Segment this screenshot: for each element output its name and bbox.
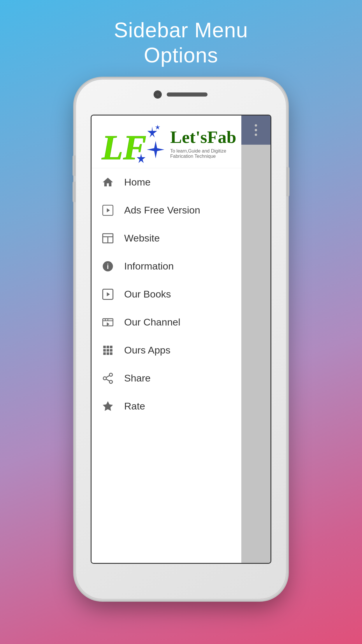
sidebar-item-share-label: Share [124,372,151,384]
sidebar-item-website-label: Website [124,232,160,244]
phone-top-area [154,91,208,98]
svg-point-25 [103,377,106,380]
sidebar-item-ours-apps-label: Ours Apps [124,344,171,356]
brand-text-group: Let'sFab To learn,Guide and Digitize Fab… [170,127,236,159]
svg-line-28 [106,375,110,377]
sidebar-item-rate-label: Rate [124,400,145,412]
play-store-icon [100,203,115,218]
svg-rect-22 [107,352,109,355]
logo-stars-icon [144,124,167,165]
power-button[interactable] [287,167,289,196]
svg-text:i: i [107,262,109,270]
sidebar-item-ours-apps[interactable]: Ours Apps [92,336,241,364]
page-title: Sidebar Menu Options [114,18,248,68]
sidebar-item-information[interactable]: i Information [92,252,241,280]
sidebar-item-information-label: Information [124,260,174,272]
sidebar-item-share[interactable]: Share [92,364,241,392]
sidebar-item-our-channel[interactable]: Our Channel [92,308,241,336]
info-icon: i [100,259,115,274]
phone-shell: LF [76,80,286,599]
speaker [167,92,208,97]
sidebar-item-ads-free-label: Ads Free Version [124,204,200,216]
brand-name: Let'sFab [170,127,236,147]
volume-up-button[interactable] [73,155,75,176]
sidebar-overlay [241,116,270,563]
svg-marker-14 [107,322,110,326]
volume-down-button[interactable] [73,182,75,202]
svg-rect-21 [103,352,106,355]
sidebar-item-our-books[interactable]: Our Books [92,280,241,308]
svg-rect-17 [110,346,113,348]
star-icon [100,399,115,414]
sidebar-item-rate[interactable]: Rate [92,392,241,420]
channel-icon [100,315,115,330]
svg-rect-18 [103,349,106,351]
front-camera [154,91,161,98]
phone-screen: LF [91,115,271,564]
home-icon [100,175,115,190]
svg-point-26 [109,380,113,384]
sidebar-item-our-channel-label: Our Channel [124,316,180,328]
sidebar-item-website[interactable]: Website [92,224,241,252]
sidebar-item-home-label: Home [124,176,151,188]
sidebar-item-ads-free[interactable]: Ads Free Version [92,196,241,224]
svg-marker-29 [103,401,113,411]
svg-line-27 [106,379,110,381]
svg-rect-15 [103,346,106,348]
svg-rect-16 [107,346,109,348]
svg-point-24 [109,373,113,376]
share-icon [100,371,115,386]
sidebar-item-home[interactable]: Home [92,168,241,196]
logo-section: LF [92,116,241,168]
svg-rect-20 [110,349,113,351]
browser-icon [100,231,115,246]
svg-marker-9 [107,292,110,296]
sidebar-menu-list: Home Ads Free Version Website [92,168,241,420]
svg-rect-19 [107,349,109,351]
logo-tagline: To learn,Guide and Digitize Fabrication … [170,148,236,159]
book-icon [100,287,115,302]
sidebar-item-our-books-label: Our Books [124,288,171,300]
page-header: Sidebar Menu Options [114,0,248,68]
apps-icon [100,343,115,358]
screen-content: LF [92,116,241,563]
svg-rect-23 [110,352,113,355]
